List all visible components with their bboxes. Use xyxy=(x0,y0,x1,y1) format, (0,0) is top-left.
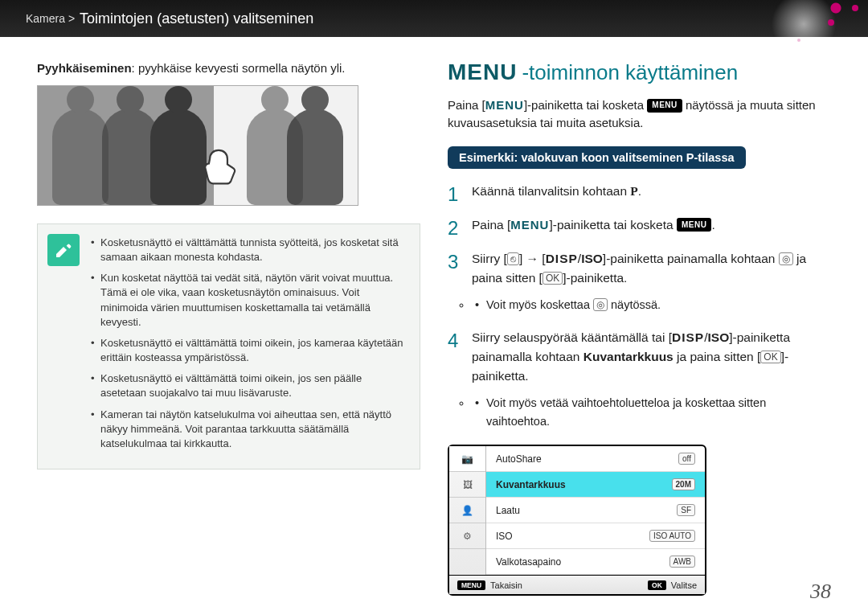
camera-glyph-icon: ◎ xyxy=(779,252,793,265)
right-column: MENU-toiminnon käyttäminen Paina [MENU]-… xyxy=(448,59,831,596)
note-item: Kosketusnäyttö ei välttämättä toimi oike… xyxy=(91,371,407,400)
intro-text: Paina [MENU]-painiketta tai kosketa MENU… xyxy=(448,96,831,132)
tab-settings-icon[interactable]: ⚙ xyxy=(449,523,485,549)
note-box: Kosketusnäyttö ei välttämättä tunnista s… xyxy=(37,223,420,469)
example-banner: Esimerkki: valokuvan koon valitseminen P… xyxy=(448,146,746,169)
ok-glyph-icon: OK xyxy=(760,351,780,363)
menu-row-autoshare[interactable]: AutoShare off xyxy=(486,446,705,472)
tab-user-icon[interactable]: 👤 xyxy=(449,498,485,523)
note-item: Kun kosketat näyttöä tai vedät sitä, näy… xyxy=(91,271,407,330)
menu-button-icon: MENU xyxy=(677,218,711,232)
menu-glyph: MENU xyxy=(485,98,524,112)
note-pen-icon xyxy=(47,234,80,266)
footer-back-label: Takaisin xyxy=(490,580,522,590)
camera-menu-screenshot: 📷 🖼 👤 ⚙ AutoShare off Kuvantarkkuus 20M xyxy=(448,445,706,596)
swipe-illustration xyxy=(37,85,358,206)
value-icon: SF xyxy=(677,504,695,516)
tab-gallery-icon[interactable]: 🖼 xyxy=(449,472,485,498)
menu-tabs: 📷 🖼 👤 ⚙ xyxy=(449,446,486,575)
person-glyph-icon: ⎋ xyxy=(507,252,519,265)
step-1: Käännä tilanvalitsin kohtaan P. xyxy=(448,182,831,201)
disp-glyph: DISP xyxy=(672,330,704,344)
kuvantarkkuus-label: Kuvantarkkuus xyxy=(583,350,674,363)
note-item: Kosketusnäyttö ei välttämättä toimi oike… xyxy=(91,336,407,365)
menu-footer: MENU Takaisin OK Valitse xyxy=(449,575,705,594)
step-4: Siirry selauspyörää kääntämällä tai [DIS… xyxy=(448,328,831,430)
menu-row-laatu[interactable]: Laatu SF xyxy=(486,498,705,523)
footer-ok-button-icon[interactable]: OK xyxy=(648,580,666,590)
step-3: Siirry [⎋] → [DISP/ISO]-painiketta paina… xyxy=(448,249,831,314)
value-icon: off xyxy=(678,453,695,465)
step-3-sub: Voit myös koskettaa ◎ näytössä. xyxy=(472,296,831,314)
left-column: Pyyhkäiseminen: pyyhkäise kevyesti sorme… xyxy=(37,59,420,596)
menu-row-valkotasapaino[interactable]: Valkotasapaino AWB xyxy=(486,549,705,575)
iso-glyph: ISO xyxy=(707,330,729,344)
step-4-sub: Voit myös vetää vaihtoehtoluetteloa ja k… xyxy=(472,394,831,430)
note-list: Kosketusnäyttö ei välttämättä tunnista s… xyxy=(91,236,407,451)
menu-row-kuvantarkkuus[interactable]: Kuvantarkkuus 20M xyxy=(486,472,705,498)
value-icon: 20M xyxy=(672,478,695,490)
breadcrumb-title: Toimintojen (asetusten) valitseminen xyxy=(80,10,313,27)
swipe-hand-icon xyxy=(190,133,247,189)
footer-ok-label: Valitse xyxy=(671,580,697,590)
menu-row-iso[interactable]: ISO ISO AUTO xyxy=(486,523,705,549)
menu-word: MENU xyxy=(448,59,517,85)
swipe-label-bold: Pyyhkäiseminen xyxy=(37,61,132,75)
ok-glyph-icon: OK xyxy=(542,272,563,285)
p-mode-glyph: P xyxy=(630,184,637,198)
menu-glyph: MENU xyxy=(510,218,549,232)
page-number: 38 xyxy=(810,580,831,604)
substep: Voit myös koskettaa ◎ näytössä. xyxy=(472,296,831,314)
note-item: Kosketusnäyttö ei välttämättä tunnista s… xyxy=(91,236,407,264)
menu-button-icon: MENU xyxy=(647,99,682,113)
heading-rest: -toiminnon käyttäminen xyxy=(522,60,738,85)
value-icon: AWB xyxy=(669,556,695,568)
value-icon: ISO AUTO xyxy=(649,530,695,542)
camera-glyph-icon: ◎ xyxy=(593,298,608,311)
step-2: Paina [MENU]-painiketta tai kosketa MENU… xyxy=(448,215,831,235)
footer-menu-button-icon[interactable]: MENU xyxy=(457,580,485,590)
disp-glyph: DISP xyxy=(546,252,578,265)
iso-glyph: ISO xyxy=(581,252,603,265)
step-list: Käännä tilanvalitsin kohtaan P. Paina [M… xyxy=(448,182,831,431)
note-item: Kameran tai näytön katselukulma voi aihe… xyxy=(91,408,407,452)
swipe-description: Pyyhkäiseminen: pyyhkäise kevyesti sorme… xyxy=(37,59,420,77)
substep: Voit myös vetää vaihtoehtoluetteloa ja k… xyxy=(472,394,831,430)
section-heading: MENU-toiminnon käyttäminen xyxy=(448,59,831,85)
menu-list: AutoShare off Kuvantarkkuus 20M Laatu SF… xyxy=(486,446,705,575)
tab-camera-icon[interactable]: 📷 xyxy=(449,446,485,472)
swipe-label-rest: : pyyhkäise kevyesti sormella näytön yli… xyxy=(132,61,346,75)
breadcrumb: Kamera > Toimintojen (asetusten) valitse… xyxy=(0,0,868,37)
breadcrumb-prefix: Kamera > xyxy=(26,12,75,25)
